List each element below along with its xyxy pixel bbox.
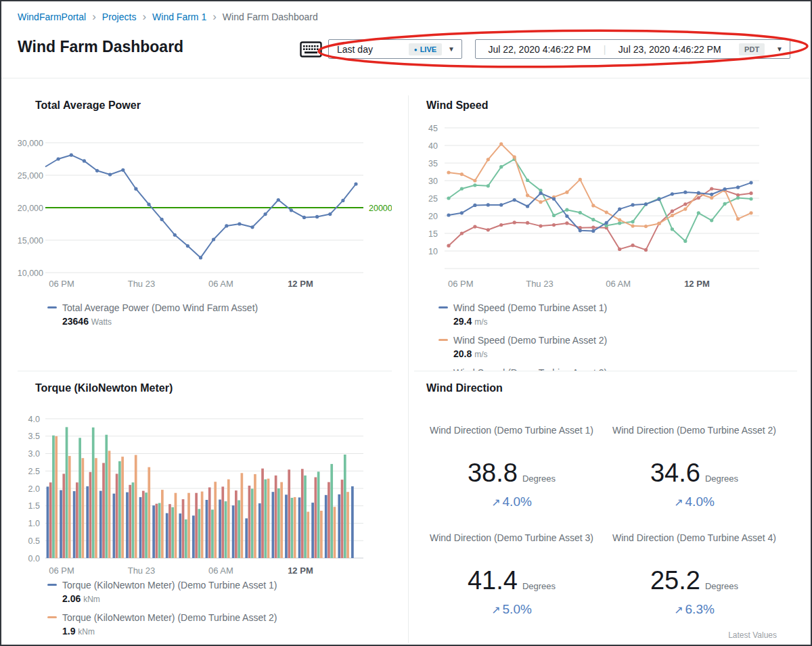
legend-item: Torque (KiloNewton Meter) (Demo Turbine … xyxy=(47,643,385,646)
legend-item: Wind Speed (Demo Turbine Asset 1) 29.4 m… xyxy=(438,301,790,329)
breadcrumb-separator-icon: › xyxy=(92,12,96,22)
legend-label: Torque (KiloNewton Meter) (Demo Turbine … xyxy=(62,611,277,624)
kpi-label: Wind Direction (Demo Turbine Asset 1) xyxy=(426,424,597,450)
legend-value: 23646 xyxy=(62,316,89,327)
legend-value: 20.8 xyxy=(453,348,472,359)
kpi-value: 25.2 xyxy=(650,567,700,594)
svg-text:06 PM: 06 PM xyxy=(448,279,474,289)
time-range-value: Last day xyxy=(337,44,373,55)
kpi-unit: Degrees xyxy=(705,581,738,591)
svg-text:06 AM: 06 AM xyxy=(208,279,233,289)
date-range-end[interactable]: Jul 23, 2020 4:46:22 PM xyxy=(606,44,734,55)
kpi-unit: Degrees xyxy=(705,474,738,484)
legend-item: Wind Speed (Demo Turbine Asset 2) 20.8 m… xyxy=(438,333,790,361)
svg-text:06 PM: 06 PM xyxy=(49,279,74,289)
panel-wind-speed: Wind Speed 101520253035404506 PMThu 2306… xyxy=(409,78,797,371)
breadcrumb-separator-icon: › xyxy=(212,12,217,22)
legend-unit: m/s xyxy=(474,317,487,327)
breadcrumb-separator-icon: › xyxy=(142,12,146,22)
live-dot-icon: ● xyxy=(414,47,418,53)
svg-text:12 PM: 12 PM xyxy=(288,279,313,289)
breadcrumb-link-projects[interactable]: Projects xyxy=(102,11,137,22)
svg-text:30,000: 30,000 xyxy=(18,139,43,148)
kpi-label: Wind Direction (Demo Turbine Asset 4) xyxy=(609,532,780,557)
legend-label: Wind Speed (Demo Turbine Asset 2) xyxy=(453,333,607,347)
kpi-trend: ↗6.3% xyxy=(606,602,782,617)
series-color-dash xyxy=(438,306,448,308)
kpi-trend: ↗5.0% xyxy=(424,602,600,617)
svg-text:20,000: 20,000 xyxy=(18,204,43,213)
kpi-value: 34.6 xyxy=(650,459,700,486)
kpi-cell: Wind Direction (Demo Turbine Asset 2) 34… xyxy=(606,424,782,509)
chevron-down-icon: ▼ xyxy=(448,45,455,53)
svg-text:35: 35 xyxy=(428,159,438,168)
breadcrumb: WindFarmPortal › Projects › Wind Farm 1 … xyxy=(18,11,318,22)
panel-wind-direction: Wind Direction Wind Direction (Demo Turb… xyxy=(409,371,797,646)
svg-text:Thu 23: Thu 23 xyxy=(128,566,155,576)
series-color-dash xyxy=(47,584,57,586)
series-color-dash xyxy=(47,616,57,618)
svg-text:3.0: 3.0 xyxy=(28,449,40,459)
svg-text:Thu 23: Thu 23 xyxy=(128,279,155,289)
legend-item: Total Average Power (Demo Wind Farm Asse… xyxy=(47,301,385,329)
svg-text:3.5: 3.5 xyxy=(28,432,40,441)
svg-text:1.5: 1.5 xyxy=(28,501,40,511)
date-range-start[interactable]: Jul 22, 2020 4:46:22 PM xyxy=(476,44,604,55)
kpi-label: Wind Direction (Demo Turbine Asset 3) xyxy=(426,532,597,557)
legend-label: Torque (KiloNewton Meter) (Demo Turbine … xyxy=(62,643,277,646)
kpi-grid: Wind Direction (Demo Turbine Asset 1) 38… xyxy=(409,424,797,617)
svg-text:20000: 20000 xyxy=(369,204,392,213)
keyboard-icon[interactable] xyxy=(300,40,322,59)
date-range-picker[interactable]: Jul 22, 2020 4:46:22 PM | Jul 23, 2020 4… xyxy=(475,39,790,59)
svg-text:15,000: 15,000 xyxy=(18,236,43,246)
legend-value: 29.4 xyxy=(453,316,472,327)
legend-value: 2.06 xyxy=(62,593,81,604)
svg-text:30: 30 xyxy=(428,177,438,186)
breadcrumb-current: Wind Farm Dashboard xyxy=(223,11,318,22)
series-color-dash xyxy=(47,306,57,308)
legend-unit: Watts xyxy=(91,317,112,327)
svg-text:2.5: 2.5 xyxy=(28,467,40,476)
trend-up-icon: ↗ xyxy=(674,497,683,508)
svg-text:20: 20 xyxy=(428,212,438,221)
legend-unit: kNm xyxy=(78,627,95,637)
svg-text:Thu 23: Thu 23 xyxy=(526,279,553,289)
time-range-select[interactable]: Last day ●LIVE ▼ xyxy=(328,39,462,59)
kpi-trend: ↗4.0% xyxy=(606,494,782,509)
kpi-label: Wind Direction (Demo Turbine Asset 2) xyxy=(609,424,780,450)
svg-text:12 PM: 12 PM xyxy=(684,279,710,289)
kpi-trend: ↗4.0% xyxy=(424,494,600,509)
svg-text:25: 25 xyxy=(428,194,438,204)
kpi-unit: Degrees xyxy=(522,581,556,591)
legend-label: Total Average Power (Demo Wind Farm Asse… xyxy=(62,301,258,315)
svg-text:40: 40 xyxy=(428,141,438,151)
legend-label: Wind Speed (Demo Turbine Asset 1) xyxy=(453,301,607,315)
legend-unit: m/s xyxy=(474,350,487,359)
breadcrumb-link-wind-farm-1[interactable]: Wind Farm 1 xyxy=(152,11,206,22)
svg-text:10: 10 xyxy=(428,247,438,256)
svg-text:12 PM: 12 PM xyxy=(288,566,313,576)
svg-text:4.0: 4.0 xyxy=(28,415,40,424)
kpi-unit: Degrees xyxy=(522,474,556,484)
kpi-value: 41.4 xyxy=(468,567,518,594)
kpi-value: 38.8 xyxy=(468,459,518,486)
svg-text:06 AM: 06 AM xyxy=(606,279,631,289)
svg-text:06 AM: 06 AM xyxy=(208,566,233,576)
svg-text:0.0: 0.0 xyxy=(28,554,40,563)
kpi-cell: Wind Direction (Demo Turbine Asset 4) 25… xyxy=(606,532,782,617)
legend-label: Torque (KiloNewton Meter) (Demo Turbine … xyxy=(62,578,277,592)
svg-text:0.5: 0.5 xyxy=(28,536,40,546)
breadcrumb-link-portal[interactable]: WindFarmPortal xyxy=(18,11,86,22)
svg-text:10,000: 10,000 xyxy=(18,269,43,278)
timezone-badge: PDT xyxy=(739,43,765,55)
legend-unit: kNm xyxy=(83,595,100,604)
svg-text:06 PM: 06 PM xyxy=(49,566,74,576)
svg-text:1.0: 1.0 xyxy=(28,519,40,528)
live-badge: ●LIVE xyxy=(409,43,442,55)
widget-title: Wind Direction xyxy=(426,382,503,394)
kpi-cell: Wind Direction (Demo Turbine Asset 3) 41… xyxy=(424,532,600,617)
series-color-dash xyxy=(438,339,448,341)
chevron-down-icon: ▼ xyxy=(776,45,783,53)
latest-values-label: Latest Values xyxy=(728,630,777,640)
panel-torque: Torque (KiloNewton Meter) 0.00.51.01.52.… xyxy=(18,371,392,646)
